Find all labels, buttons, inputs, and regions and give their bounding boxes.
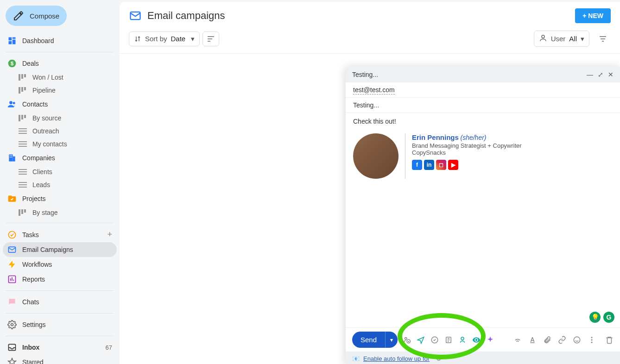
money-icon: $	[7, 59, 17, 68]
svg-point-50	[461, 337, 464, 340]
svg-rect-36	[21, 209, 23, 214]
chat-icon	[7, 297, 17, 307]
assign-icon[interactable]	[402, 335, 411, 345]
svg-rect-32	[19, 182, 27, 183]
sort-dropdown[interactable]: Sort by Date ▾	[129, 31, 200, 46]
list-icon	[19, 169, 27, 175]
template-icon[interactable]	[444, 335, 453, 345]
sidebar-item-tasks[interactable]: Tasks +	[0, 227, 120, 242]
link-contact-icon[interactable]	[458, 335, 467, 345]
svg-rect-2	[13, 40, 16, 44]
send-options-button[interactable]: ▾	[386, 333, 398, 347]
svg-rect-20	[19, 141, 27, 142]
people-icon	[7, 100, 17, 109]
sidebar-item-workflows[interactable]: Workflows	[0, 257, 120, 272]
svg-rect-29	[19, 169, 27, 170]
svg-point-45	[542, 35, 544, 38]
emoji-icon[interactable]	[573, 336, 581, 344]
text-format-icon[interactable]	[528, 336, 537, 344]
instagram-icon[interactable]: ◻	[436, 160, 446, 170]
svg-rect-33	[19, 184, 27, 185]
svg-rect-15	[21, 115, 23, 119]
sidebar-item-dashboard[interactable]: Dashboard	[0, 33, 120, 48]
svg-point-38	[9, 231, 16, 238]
suggestion-badge[interactable]: 💡	[589, 312, 601, 323]
svg-rect-21	[19, 144, 27, 144]
send-button[interactable]: Send ▾	[352, 332, 398, 348]
filter-button[interactable]	[595, 32, 611, 46]
recipient-field[interactable]: test@test.com	[346, 82, 620, 98]
svg-rect-11	[24, 87, 26, 90]
sidebar-item-leads[interactable]: Leads	[0, 178, 120, 191]
sidebar-item-my-contacts[interactable]: My contacts	[0, 138, 120, 151]
svg-rect-1	[13, 38, 16, 39]
sort-icon	[134, 35, 141, 43]
board-icon	[19, 115, 27, 121]
svg-rect-6	[19, 74, 20, 81]
svg-point-54	[591, 339, 593, 340]
compose-button[interactable]: Compose	[6, 6, 67, 26]
sort-order-button[interactable]	[202, 31, 219, 46]
attachment-icon[interactable]	[543, 336, 551, 344]
svg-rect-3	[9, 41, 12, 44]
close-button[interactable]: ✕	[608, 71, 614, 78]
sidebar-item-email-campaigns[interactable]: Email Campaigns	[3, 242, 117, 257]
sidebar-item-clients[interactable]: Clients	[0, 165, 120, 178]
svg-rect-51	[531, 342, 535, 343]
building-icon	[7, 153, 17, 163]
send-later-icon[interactable]	[416, 335, 425, 345]
sidebar-item-by-stage[interactable]: By stage	[0, 206, 120, 219]
email-body[interactable]: Check this out! Erin Pennings (she/her) …	[346, 113, 620, 327]
compose-header: Testing... — ⤢ ✕	[346, 67, 620, 82]
facebook-icon[interactable]: f	[412, 160, 422, 170]
svg-rect-18	[19, 131, 27, 132]
more-icon[interactable]	[588, 336, 596, 344]
subject-field[interactable]: Testing...	[346, 98, 620, 113]
svg-point-12	[9, 101, 13, 104]
sparkle-icon[interactable]	[486, 335, 495, 345]
main-content: Email campaigns + NEW Sort by Date ▾ Use…	[120, 2, 620, 364]
svg-rect-0	[9, 38, 12, 41]
svg-point-13	[13, 102, 15, 104]
wifi-icon[interactable]	[513, 336, 522, 344]
grammarly-badge[interactable]: G	[603, 312, 614, 323]
sidebar-item-reports[interactable]: Reports	[0, 272, 120, 287]
svg-rect-7	[21, 74, 23, 79]
sidebar-item-projects[interactable]: Projects	[0, 191, 120, 206]
add-task-button[interactable]: +	[107, 230, 112, 239]
sidebar-item-by-source[interactable]: By source	[0, 112, 120, 125]
sidebar-item-contacts[interactable]: Contacts	[0, 97, 120, 112]
board-icon	[19, 74, 27, 81]
expand-button[interactable]: ⤢	[598, 71, 603, 78]
sidebar-item-companies[interactable]: Companies	[0, 151, 120, 165]
page-header: Email campaigns + NEW	[120, 2, 620, 28]
reminder-icon[interactable]	[430, 335, 439, 345]
sidebar-item-deals[interactable]: $ Deals	[0, 56, 120, 71]
sidebar-item-starred[interactable]: Starred	[0, 355, 120, 364]
compose-footer: 📧 Enable auto follow up for ⚙	[346, 351, 620, 364]
minimize-button[interactable]: —	[587, 71, 593, 78]
new-campaign-button[interactable]: + NEW	[575, 8, 611, 23]
board-icon	[19, 209, 27, 216]
sidebar-item-outreach[interactable]: Outreach	[0, 125, 120, 138]
sidebar-item-inbox[interactable]: Inbox 67	[0, 340, 120, 355]
link-icon[interactable]	[558, 336, 566, 344]
sidebar-item-pipeline[interactable]: Pipeline	[0, 84, 120, 97]
mail-icon	[7, 245, 17, 254]
sidebar-item-settings[interactable]: Settings	[0, 317, 120, 332]
discard-icon[interactable]	[605, 336, 614, 344]
linkedin-icon[interactable]: in	[424, 160, 434, 170]
gear-icon[interactable]: ⚙	[436, 355, 442, 362]
sidebar-item-won-lost[interactable]: Won / Lost	[0, 71, 120, 84]
svg-rect-30	[19, 171, 27, 172]
auto-followup-link[interactable]: Enable auto follow up for	[363, 355, 430, 362]
sidebar: Compose Dashboard $ Deals Won / Lost Pip…	[0, 0, 120, 364]
svg-rect-8	[24, 74, 26, 77]
chevron-down-icon: ▾	[191, 35, 195, 43]
tracking-icon[interactable]	[472, 335, 481, 345]
inbox-icon	[7, 343, 17, 352]
svg-rect-35	[19, 209, 20, 216]
youtube-icon[interactable]: ▶	[448, 160, 458, 170]
sidebar-item-chats[interactable]: Chats	[0, 295, 120, 309]
user-filter-dropdown[interactable]: User All ▾	[534, 31, 589, 47]
